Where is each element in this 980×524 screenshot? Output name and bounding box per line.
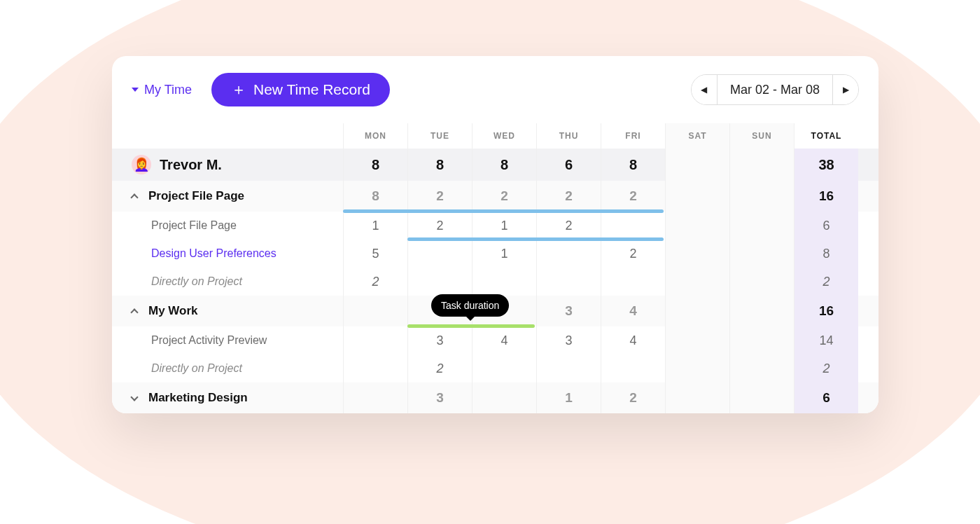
total-cell[interactable]: 2 — [794, 354, 858, 382]
duration-bar[interactable] — [407, 324, 535, 328]
day-cell[interactable] — [343, 382, 407, 413]
column-header: FRI — [601, 123, 665, 149]
day-cell[interactable]: 8 — [343, 181, 407, 212]
task-name: Project File Page — [112, 212, 343, 240]
task-name: Directly on Project — [112, 268, 343, 296]
day-cell[interactable]: 1 — [536, 382, 601, 413]
my-time-dropdown[interactable]: My Time — [132, 83, 192, 97]
day-cell[interactable]: 4 — [601, 326, 665, 354]
task-name: Project Activity Preview — [112, 326, 343, 354]
total-cell[interactable]: 16 — [794, 296, 858, 326]
day-cell[interactable]: 8 — [343, 149, 407, 181]
day-cell[interactable] — [665, 149, 729, 181]
day-cell[interactable]: 8 — [472, 149, 536, 181]
day-cell[interactable] — [729, 382, 794, 413]
caret-down-icon — [132, 88, 139, 92]
day-cell[interactable] — [536, 354, 601, 382]
day-cell[interactable]: 2 — [407, 212, 472, 240]
day-cell[interactable]: 2 — [472, 181, 536, 212]
column-header: TUE — [407, 123, 472, 149]
day-cell[interactable]: 2 — [601, 382, 665, 413]
group-name: Marketing Design — [148, 391, 248, 405]
day-cell[interactable] — [729, 268, 794, 296]
day-cell[interactable]: 2 — [343, 268, 407, 296]
day-cell[interactable] — [729, 326, 794, 354]
day-cell[interactable] — [407, 240, 472, 268]
day-cell[interactable] — [665, 240, 729, 268]
day-cell[interactable]: 5 — [343, 240, 407, 268]
day-cell[interactable] — [601, 268, 665, 296]
day-cell[interactable]: 4 — [601, 296, 665, 326]
day-cell[interactable]: 2 — [407, 354, 472, 382]
date-prev-button[interactable]: ◀ — [692, 75, 717, 104]
date-range-button[interactable]: Mar 02 - Mar 08 — [717, 75, 833, 104]
day-cell[interactable] — [665, 354, 729, 382]
chevron-up-icon — [130, 308, 138, 316]
day-cell[interactable]: 2 — [407, 181, 472, 212]
day-cell[interactable]: 4 — [472, 326, 536, 354]
plus-icon: ＋ — [231, 82, 246, 97]
total-cell[interactable]: 2 — [794, 268, 858, 296]
group-row: Project File Page8222216 — [112, 181, 878, 212]
task-name[interactable]: Design User Preferences — [112, 240, 343, 268]
column-header: SUN — [729, 123, 794, 149]
day-cell[interactable]: 6 — [536, 149, 601, 181]
day-cell[interactable] — [665, 382, 729, 413]
day-cell[interactable] — [536, 268, 601, 296]
day-cell[interactable]: 2 — [601, 181, 665, 212]
day-cell[interactable] — [343, 326, 407, 354]
day-cell[interactable] — [472, 382, 536, 413]
date-next-button[interactable]: ▶ — [833, 75, 858, 104]
day-cell[interactable] — [729, 296, 794, 326]
day-cell[interactable] — [729, 212, 794, 240]
day-cell[interactable]: 2 — [536, 181, 601, 212]
day-cell[interactable]: 2 — [601, 240, 665, 268]
task-row: Directly on Project22 — [112, 268, 878, 296]
column-header: WED — [472, 123, 536, 149]
total-cell[interactable]: 38 — [794, 149, 858, 181]
day-cell[interactable] — [601, 354, 665, 382]
day-cell[interactable] — [472, 268, 536, 296]
task-name: Directly on Project — [112, 354, 343, 382]
day-cell[interactable]: 1 — [472, 240, 536, 268]
day-cell[interactable] — [729, 240, 794, 268]
day-cell[interactable] — [665, 181, 729, 212]
day-cell[interactable] — [665, 212, 729, 240]
day-cell[interactable]: 3 — [407, 326, 472, 354]
day-cell[interactable]: 8 — [601, 149, 665, 181]
total-cell[interactable]: 14 — [794, 326, 858, 354]
group-toggle[interactable]: My Work — [112, 296, 343, 326]
group-toggle[interactable]: Marketing Design — [112, 382, 343, 413]
day-cell[interactable]: 2 — [536, 212, 601, 240]
column-header: MON — [343, 123, 407, 149]
day-cell[interactable]: 1 — [472, 212, 536, 240]
group-toggle[interactable]: Project File Page — [112, 181, 343, 212]
total-cell[interactable]: 8 — [794, 240, 858, 268]
total-cell[interactable]: 6 — [794, 382, 858, 413]
person-name-cell[interactable]: 👩‍🦰Trevor M. — [112, 149, 343, 181]
day-cell[interactable] — [729, 181, 794, 212]
day-cell[interactable]: 1 — [343, 212, 407, 240]
day-cell[interactable] — [343, 296, 407, 326]
day-cell[interactable] — [729, 354, 794, 382]
day-cell[interactable] — [665, 326, 729, 354]
header-left: My Time ＋ New Time Record — [132, 73, 390, 106]
day-cell[interactable]: 3 — [407, 382, 472, 413]
day-cell[interactable] — [343, 354, 407, 382]
day-cell[interactable] — [729, 149, 794, 181]
new-time-record-button[interactable]: ＋ New Time Record — [211, 73, 390, 106]
day-cell[interactable] — [665, 268, 729, 296]
day-cell[interactable]: 8 — [407, 149, 472, 181]
day-cell[interactable]: 3 — [536, 296, 601, 326]
day-cell[interactable] — [536, 240, 601, 268]
day-cell[interactable] — [601, 212, 665, 240]
duration-bar[interactable] — [343, 209, 664, 213]
day-cell[interactable] — [407, 268, 472, 296]
day-cell[interactable] — [472, 354, 536, 382]
day-cell[interactable]: 3 — [536, 326, 601, 354]
total-cell[interactable]: 6 — [794, 212, 858, 240]
total-cell[interactable]: 16 — [794, 181, 858, 212]
day-cell[interactable] — [665, 296, 729, 326]
duration-bar[interactable] — [407, 237, 664, 241]
new-record-label: New Time Record — [253, 81, 370, 98]
